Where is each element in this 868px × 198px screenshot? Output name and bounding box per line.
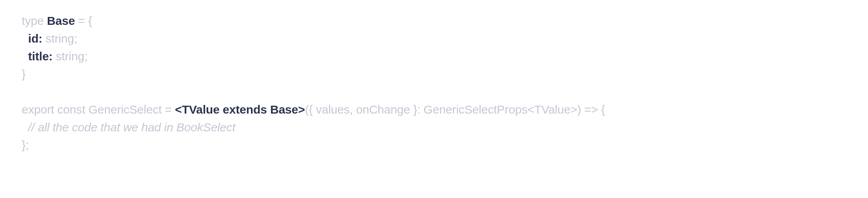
code-line-6: export const GenericSelect = <TValue ext… bbox=[22, 101, 846, 118]
code-line-5 bbox=[22, 83, 846, 101]
code-line-7: // all the code that we had in BookSelec… bbox=[22, 118, 846, 136]
extends-base: extends Base> bbox=[223, 103, 305, 116]
closing-brace: }; bbox=[22, 138, 29, 151]
code-line-1: type Base = { bbox=[22, 12, 846, 30]
brace-open: = { bbox=[75, 14, 92, 27]
code-line-4: } bbox=[22, 65, 846, 83]
type-string: string; bbox=[42, 32, 77, 45]
code-line-3: title: string; bbox=[22, 47, 846, 65]
code-line-8: }; bbox=[22, 136, 846, 154]
prop-id: id: bbox=[28, 32, 42, 45]
type-name-base: Base bbox=[47, 14, 75, 27]
keyword-type: type bbox=[22, 14, 47, 27]
indent bbox=[22, 121, 28, 134]
function-signature: ({ values, onChange }: GenericSelectProp… bbox=[305, 103, 605, 116]
type-string: string; bbox=[52, 50, 87, 63]
indent bbox=[22, 32, 28, 45]
code-snippet: type Base = { id: string; title: string;… bbox=[22, 12, 846, 154]
export-const: export const GenericSelect = bbox=[22, 103, 175, 116]
comment: // all the code that we had in BookSelec… bbox=[28, 121, 235, 134]
brace-close: } bbox=[22, 67, 26, 80]
generic-open: <TValue bbox=[175, 103, 223, 116]
indent bbox=[22, 50, 28, 63]
code-line-2: id: string; bbox=[22, 30, 846, 47]
prop-title: title: bbox=[28, 50, 52, 63]
